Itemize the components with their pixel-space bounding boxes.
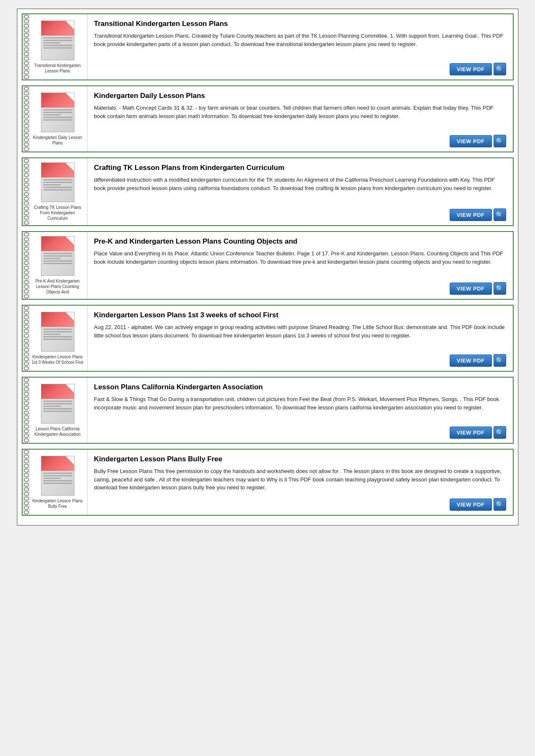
search-icon: 🔍: [496, 429, 504, 437]
search-icon-button[interactable]: 🔍: [494, 135, 506, 147]
search-icon: 🔍: [496, 137, 504, 145]
card-footer: VIEW PDF 🔍: [94, 354, 506, 367]
spiral-dot: [24, 266, 29, 270]
spiral-dot: [24, 252, 29, 256]
spiral-dot: [24, 100, 29, 105]
search-icon-button[interactable]: 🔍: [494, 426, 506, 439]
book-thumb-top: [41, 237, 74, 251]
book-thumb-top: [41, 21, 74, 36]
spiral-dot: [24, 178, 29, 182]
book-thumb-flag: [66, 384, 74, 393]
card-description: Fast & Slow & Things That Go During a tr…: [94, 395, 506, 422]
spiral-dot: [24, 57, 29, 61]
spiral-dot: [24, 261, 29, 265]
view-pdf-button[interactable]: VIEW PDF: [450, 499, 492, 511]
view-pdf-button[interactable]: VIEW PDF: [450, 63, 492, 75]
book-line: [43, 473, 72, 474]
thumb-label: Kindergarten Lesson Plans 1st 3 Weeks Of…: [31, 354, 84, 365]
card-transitional-kindergarten: Transitional Kindergarten Lesson Plans T…: [22, 13, 514, 80]
view-pdf-button[interactable]: VIEW PDF: [450, 427, 492, 439]
book-line: [43, 40, 72, 41]
book-thumbnail: [41, 21, 74, 60]
book-line: [43, 331, 72, 332]
book-thumb-flag: [66, 312, 74, 321]
card-left-prek-counting: Pre-K And Kindergarten Lesson Plans Coun…: [23, 232, 87, 299]
view-pdf-button[interactable]: VIEW PDF: [450, 355, 492, 367]
book-line: [43, 42, 61, 44]
search-icon: 🔍: [496, 65, 504, 73]
spiral-binding: [23, 14, 30, 80]
spiral-dot: [24, 315, 29, 319]
spiral-dot: [24, 343, 29, 347]
thumb-label: Transitional Kindergarten Lesson Plans: [31, 63, 84, 74]
spiral-dot: [24, 387, 29, 391]
book-thumb-lines: [41, 108, 74, 123]
book-thumb-top: [41, 93, 74, 108]
search-icon-button[interactable]: 🔍: [494, 354, 506, 367]
spiral-dot: [24, 324, 29, 329]
spiral-dot: [24, 438, 29, 442]
book-line: [43, 263, 72, 264]
spiral-dot: [24, 329, 29, 333]
spiral-dot: [24, 164, 29, 168]
book-line: [43, 253, 72, 254]
search-icon: 🔍: [496, 501, 504, 509]
search-icon-button[interactable]: 🔍: [494, 498, 506, 511]
spiral-dot: [24, 221, 29, 225]
spiral-dot: [24, 256, 29, 260]
spiral-dot: [24, 15, 29, 19]
spiral-dot: [24, 320, 29, 324]
spiral-dot: [24, 429, 29, 433]
spiral-dot: [24, 378, 29, 382]
spiral-dot: [24, 38, 29, 42]
book-line: [43, 411, 72, 412]
spiral-dot: [24, 366, 29, 370]
view-pdf-button[interactable]: VIEW PDF: [450, 283, 492, 295]
card-right-transitional-kindergarten: Transitional Kindergarten Lesson Plans T…: [87, 14, 513, 80]
card-right-california-association: Lesson Plans California Kindergarten Ass…: [87, 378, 513, 443]
spiral-binding: [23, 450, 30, 515]
view-pdf-button[interactable]: VIEW PDF: [450, 135, 492, 147]
book-thumb-lines: [41, 36, 74, 51]
book-thumb-lines: [41, 471, 74, 487]
book-line: [43, 119, 72, 121]
spiral-dot: [24, 510, 29, 514]
book-line: [43, 187, 72, 188]
view-pdf-button[interactable]: VIEW PDF: [450, 209, 492, 221]
spiral-dot: [24, 396, 29, 401]
card-right-crafting-tk: Crafting TK Lesson Plans from Kindergart…: [87, 158, 513, 225]
search-icon-button[interactable]: 🔍: [494, 63, 506, 75]
spiral-dot: [24, 52, 29, 56]
spiral-dot: [24, 334, 29, 338]
book-thumb-lines: [41, 399, 74, 415]
spiral-dot: [24, 197, 29, 201]
cards-container: Transitional Kindergarten Lesson Plans T…: [22, 13, 514, 516]
card-description: differentiated instruction with a modifi…: [94, 176, 506, 204]
spiral-dot: [24, 28, 29, 33]
card-footer: VIEW PDF 🔍: [94, 208, 506, 221]
book-thumb-top: [41, 163, 74, 177]
spiral-dot: [24, 75, 29, 79]
spiral-dot: [24, 105, 29, 109]
book-thumb-flag: [66, 163, 74, 171]
spiral-dot: [24, 496, 29, 501]
book-thumbnail: [41, 384, 74, 424]
spiral-dot: [24, 138, 29, 142]
search-icon-button[interactable]: 🔍: [494, 282, 506, 295]
spiral-dot: [24, 19, 29, 23]
spiral-binding: [23, 86, 30, 152]
spiral-dot: [24, 187, 29, 191]
book-thumbnail: [41, 312, 74, 352]
card-left-crafting-tk: Crafting TK Lesson Plans From Kindergart…: [23, 158, 87, 225]
book-line: [43, 255, 72, 257]
card-footer: VIEW PDF 🔍: [94, 135, 506, 147]
spiral-dot: [24, 173, 29, 177]
book-line: [43, 478, 61, 479]
spiral-dot: [24, 33, 29, 37]
spiral-dot: [24, 87, 29, 91]
spiral-dot: [24, 275, 29, 279]
card-title: Kindergarten Lesson Plans Bully Free: [94, 455, 506, 464]
search-icon-button[interactable]: 🔍: [494, 208, 506, 221]
spiral-dot: [24, 478, 29, 482]
spiral-dot: [24, 216, 29, 220]
